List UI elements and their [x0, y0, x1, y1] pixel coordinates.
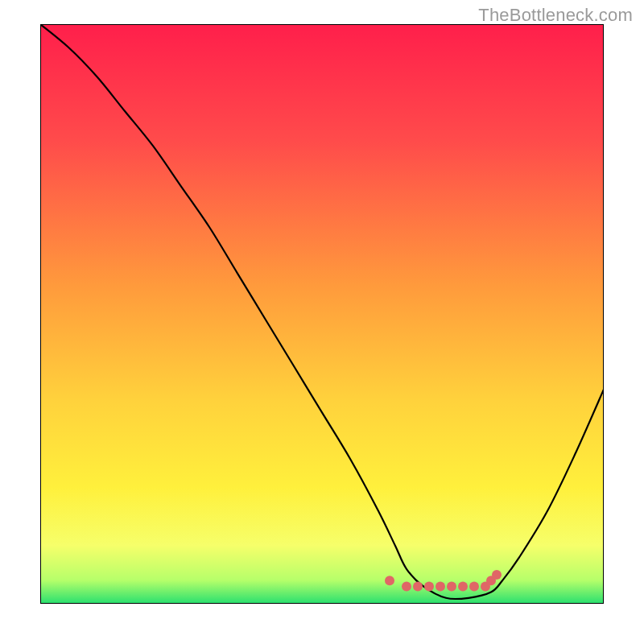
highlight-dot	[447, 581, 456, 591]
highlight-dot	[385, 576, 394, 585]
highlight-dot	[492, 570, 502, 580]
highlight-dot	[436, 581, 445, 591]
highlight-dot	[424, 581, 434, 591]
highlight-dot	[469, 581, 479, 591]
plot-svg	[40, 24, 604, 604]
highlight-dot	[458, 581, 468, 591]
highlight-dot	[402, 581, 411, 591]
watermark-text: TheBottleneck.com	[478, 5, 633, 26]
chart-container: TheBottleneck.com	[0, 0, 644, 644]
plot-area	[40, 24, 604, 604]
highlight-dot	[413, 581, 423, 591]
